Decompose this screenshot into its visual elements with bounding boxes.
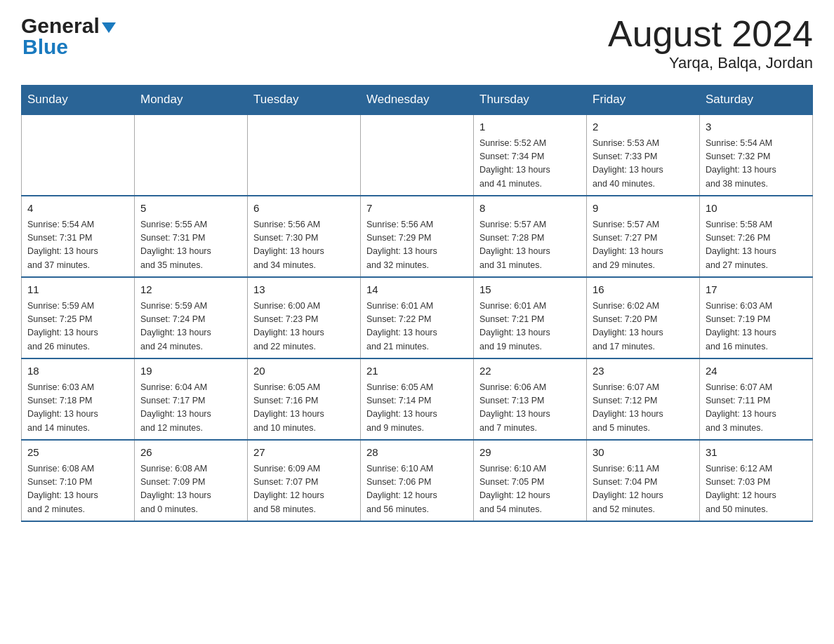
weekday-header-wednesday: Wednesday [361, 86, 474, 115]
calendar-week-row: 1Sunrise: 5:52 AM Sunset: 7:34 PM Daylig… [22, 114, 813, 196]
day-number: 28 [366, 445, 468, 461]
calendar-cell: 17Sunrise: 6:03 AM Sunset: 7:19 PM Dayli… [700, 277, 813, 358]
weekday-header-sunday: Sunday [22, 86, 135, 115]
calendar-cell: 3Sunrise: 5:54 AM Sunset: 7:32 PM Daylig… [700, 114, 813, 196]
day-number: 25 [27, 445, 128, 461]
calendar-cell: 9Sunrise: 5:57 AM Sunset: 7:27 PM Daylig… [587, 196, 700, 277]
calendar-cell: 10Sunrise: 5:58 AM Sunset: 7:26 PM Dayli… [700, 196, 813, 277]
day-number: 17 [706, 282, 807, 298]
day-info: Sunrise: 6:03 AM Sunset: 7:18 PM Dayligh… [27, 381, 128, 436]
page-header: General Blue August 2024 Yarqa, Balqa, J… [21, 14, 813, 72]
calendar-cell: 16Sunrise: 6:02 AM Sunset: 7:20 PM Dayli… [587, 277, 700, 358]
day-number: 14 [366, 282, 468, 298]
calendar-cell: 12Sunrise: 5:59 AM Sunset: 7:24 PM Dayli… [135, 277, 248, 358]
day-number: 26 [140, 445, 241, 461]
day-number: 3 [706, 119, 807, 135]
day-number: 8 [479, 201, 581, 217]
calendar-week-row: 25Sunrise: 6:08 AM Sunset: 7:10 PM Dayli… [22, 440, 813, 521]
calendar-cell: 13Sunrise: 6:00 AM Sunset: 7:23 PM Dayli… [248, 277, 361, 358]
day-number: 10 [706, 201, 807, 217]
calendar-cell [135, 114, 248, 196]
day-info: Sunrise: 6:06 AM Sunset: 7:13 PM Dayligh… [479, 381, 581, 436]
calendar-week-row: 4Sunrise: 5:54 AM Sunset: 7:31 PM Daylig… [22, 196, 813, 277]
calendar-cell: 15Sunrise: 6:01 AM Sunset: 7:21 PM Dayli… [474, 277, 587, 358]
day-info: Sunrise: 5:53 AM Sunset: 7:33 PM Dayligh… [593, 137, 694, 192]
day-info: Sunrise: 6:01 AM Sunset: 7:22 PM Dayligh… [366, 300, 468, 354]
day-info: Sunrise: 5:55 AM Sunset: 7:31 PM Dayligh… [140, 218, 241, 273]
calendar-cell: 24Sunrise: 6:07 AM Sunset: 7:11 PM Dayli… [700, 358, 813, 440]
calendar-cell: 2Sunrise: 5:53 AM Sunset: 7:33 PM Daylig… [587, 114, 700, 196]
day-info: Sunrise: 5:57 AM Sunset: 7:28 PM Dayligh… [479, 218, 581, 273]
calendar-cell: 5Sunrise: 5:55 AM Sunset: 7:31 PM Daylig… [135, 196, 248, 277]
day-number: 29 [479, 445, 581, 461]
day-info: Sunrise: 6:07 AM Sunset: 7:11 PM Dayligh… [706, 381, 807, 436]
calendar-title: August 2024 [608, 14, 813, 54]
day-number: 18 [27, 363, 128, 380]
calendar-header-row: SundayMondayTuesdayWednesdayThursdayFrid… [22, 86, 813, 115]
day-number: 23 [593, 363, 694, 380]
day-info: Sunrise: 6:08 AM Sunset: 7:10 PM Dayligh… [27, 462, 128, 517]
day-number: 9 [593, 201, 694, 217]
day-info: Sunrise: 5:58 AM Sunset: 7:26 PM Dayligh… [706, 218, 807, 273]
calendar-cell: 7Sunrise: 5:56 AM Sunset: 7:29 PM Daylig… [361, 196, 474, 277]
day-number: 4 [27, 201, 128, 217]
day-info: Sunrise: 6:09 AM Sunset: 7:07 PM Dayligh… [253, 462, 355, 517]
calendar-cell: 30Sunrise: 6:11 AM Sunset: 7:04 PM Dayli… [587, 440, 700, 521]
calendar-cell: 19Sunrise: 6:04 AM Sunset: 7:17 PM Dayli… [135, 358, 248, 440]
calendar-cell [361, 114, 474, 196]
day-info: Sunrise: 6:10 AM Sunset: 7:06 PM Dayligh… [366, 462, 468, 517]
logo-triangle-icon [102, 22, 116, 33]
day-number: 22 [479, 363, 581, 380]
day-number: 21 [366, 363, 468, 380]
day-info: Sunrise: 6:02 AM Sunset: 7:20 PM Dayligh… [593, 300, 694, 354]
day-info: Sunrise: 6:10 AM Sunset: 7:05 PM Dayligh… [479, 462, 581, 517]
calendar-subtitle: Yarqa, Balqa, Jordan [608, 54, 813, 72]
day-info: Sunrise: 6:04 AM Sunset: 7:17 PM Dayligh… [140, 381, 241, 436]
day-number: 13 [253, 282, 355, 298]
calendar-cell: 25Sunrise: 6:08 AM Sunset: 7:10 PM Dayli… [22, 440, 135, 521]
day-info: Sunrise: 6:12 AM Sunset: 7:03 PM Dayligh… [706, 462, 807, 517]
calendar-cell: 6Sunrise: 5:56 AM Sunset: 7:30 PM Daylig… [248, 196, 361, 277]
day-info: Sunrise: 6:05 AM Sunset: 7:14 PM Dayligh… [366, 381, 468, 436]
weekday-header-tuesday: Tuesday [248, 86, 361, 115]
calendar-cell: 4Sunrise: 5:54 AM Sunset: 7:31 PM Daylig… [22, 196, 135, 277]
calendar-cell: 21Sunrise: 6:05 AM Sunset: 7:14 PM Dayli… [361, 358, 474, 440]
day-info: Sunrise: 5:54 AM Sunset: 7:31 PM Dayligh… [27, 218, 128, 273]
day-number: 19 [140, 363, 241, 380]
day-number: 31 [706, 445, 807, 461]
day-info: Sunrise: 5:52 AM Sunset: 7:34 PM Dayligh… [479, 137, 581, 192]
calendar-cell: 14Sunrise: 6:01 AM Sunset: 7:22 PM Dayli… [361, 277, 474, 358]
calendar-cell [248, 114, 361, 196]
calendar-cell: 20Sunrise: 6:05 AM Sunset: 7:16 PM Dayli… [248, 358, 361, 440]
day-number: 6 [253, 201, 355, 217]
calendar-week-row: 18Sunrise: 6:03 AM Sunset: 7:18 PM Dayli… [22, 358, 813, 440]
day-number: 16 [593, 282, 694, 298]
calendar-cell: 23Sunrise: 6:07 AM Sunset: 7:12 PM Dayli… [587, 358, 700, 440]
day-number: 2 [593, 119, 694, 135]
day-number: 1 [479, 119, 581, 135]
calendar-cell: 29Sunrise: 6:10 AM Sunset: 7:05 PM Dayli… [474, 440, 587, 521]
day-number: 27 [253, 445, 355, 461]
calendar-cell: 27Sunrise: 6:09 AM Sunset: 7:07 PM Dayli… [248, 440, 361, 521]
weekday-header-monday: Monday [135, 86, 248, 115]
day-number: 20 [253, 363, 355, 380]
day-info: Sunrise: 5:56 AM Sunset: 7:30 PM Dayligh… [253, 218, 355, 273]
calendar-cell: 31Sunrise: 6:12 AM Sunset: 7:03 PM Dayli… [700, 440, 813, 521]
calendar-cell: 22Sunrise: 6:06 AM Sunset: 7:13 PM Dayli… [474, 358, 587, 440]
day-number: 12 [140, 282, 241, 298]
day-info: Sunrise: 6:08 AM Sunset: 7:09 PM Dayligh… [140, 462, 241, 517]
calendar-cell: 8Sunrise: 5:57 AM Sunset: 7:28 PM Daylig… [474, 196, 587, 277]
day-info: Sunrise: 6:07 AM Sunset: 7:12 PM Dayligh… [593, 381, 694, 436]
logo: General Blue [21, 14, 116, 59]
weekday-header-saturday: Saturday [700, 86, 813, 115]
calendar-cell: 28Sunrise: 6:10 AM Sunset: 7:06 PM Dayli… [361, 440, 474, 521]
calendar-cell: 18Sunrise: 6:03 AM Sunset: 7:18 PM Dayli… [22, 358, 135, 440]
day-info: Sunrise: 6:05 AM Sunset: 7:16 PM Dayligh… [253, 381, 355, 436]
weekday-header-friday: Friday [587, 86, 700, 115]
day-number: 11 [27, 282, 128, 298]
day-info: Sunrise: 6:11 AM Sunset: 7:04 PM Dayligh… [593, 462, 694, 517]
day-number: 24 [706, 363, 807, 380]
calendar-week-row: 11Sunrise: 5:59 AM Sunset: 7:25 PM Dayli… [22, 277, 813, 358]
day-info: Sunrise: 5:59 AM Sunset: 7:25 PM Dayligh… [27, 300, 128, 354]
day-number: 7 [366, 201, 468, 217]
